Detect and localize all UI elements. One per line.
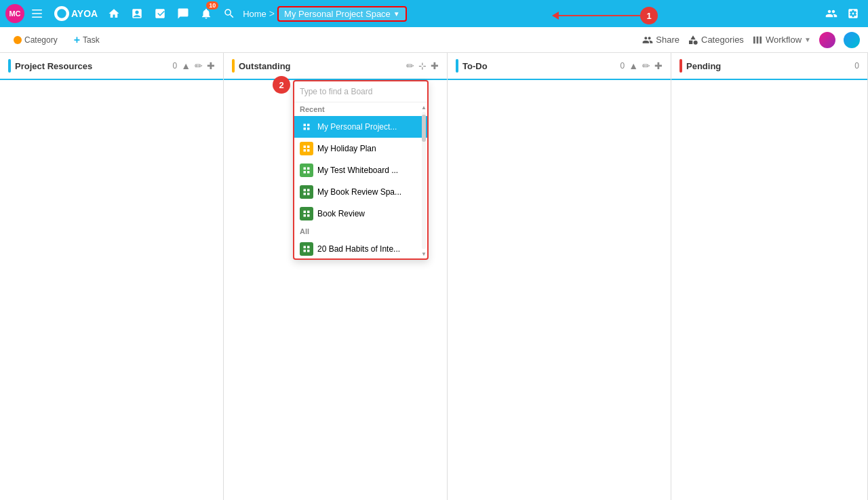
svg-point-3 [694,40,698,44]
item-label-0: My Personal Project... [317,122,422,132]
column-edit-icon[interactable]: ✏ [406,60,414,71]
breadcrumb-home[interactable]: Home [243,9,267,19]
dropdown-scrollbar[interactable]: ▲ ▼ [420,102,427,258]
workflow-label: Workflow [766,35,802,45]
task-plus-icon: + [74,34,80,46]
category-label: Category [24,35,58,45]
svg-rect-4 [689,40,692,43]
item-icon-2 [300,164,313,177]
column-title: To-Do [462,61,616,71]
svg-rect-25 [307,211,310,214]
category-button[interactable]: Category [8,33,63,47]
board-search-input[interactable] [300,85,422,98]
sub-toolbar: Category + Task Share Categories Workflo… [0,27,868,53]
all-section-label: All [294,225,427,238]
notifications-button[interactable]: 10 [197,4,216,23]
svg-rect-10 [304,128,307,130]
dropdown-item-0[interactable]: My Personal Project... [294,116,427,138]
item-label-1: My Holiday Plan [317,144,422,153]
scroll-up-button[interactable]: ▲ [420,102,427,112]
item-icon-all-0 [300,242,313,256]
column-color-indicator [232,59,235,73]
svg-rect-29 [307,246,310,249]
dropdown-item-3[interactable]: My Book Review Spa... [294,181,427,203]
categories-label: Categories [701,35,744,45]
svg-rect-9 [307,124,310,127]
workflow-button[interactable]: Workflow ▼ [752,35,811,45]
board-search-dropdown: 2 Recent My Personal Project... My Holid… [293,80,429,260]
column-add-icon[interactable]: ✚ [654,60,663,71]
column-color-indicator [456,59,458,73]
svg-rect-6 [757,36,759,43]
column-move-icon[interactable]: ⊹ [418,60,427,71]
column-color-indicator [8,59,11,73]
recent-section-label: Recent [294,102,427,116]
hamburger-menu-button[interactable] [28,4,47,23]
annotation-number-1: 1 [640,7,658,24]
svg-rect-16 [304,168,307,170]
annotation-number-2: 2 [273,76,290,94]
nav-right-icons [822,4,863,23]
dropdown-item-all-0[interactable]: 20 Bad Habits of Inte... [294,238,427,258]
dropdown-item-1[interactable]: My Holiday Plan [294,138,427,159]
breadcrumb-separator: > [269,8,275,19]
home-icon-button[interactable] [104,4,123,23]
users-icon-button[interactable] [822,4,841,23]
top-navbar: MC AYOA 10 Home > My Personal Project Sp… [0,0,868,27]
breadcrumb-board-name: My Personal Project Space [284,9,391,19]
column-edit-icon[interactable]: ✏ [642,60,650,71]
column-edit-icon[interactable]: ✏ [195,60,203,71]
svg-rect-26 [304,214,307,217]
svg-rect-2 [32,17,42,18]
dropdown-scroll-area: Recent My Personal Project... My Holiday… [294,102,427,258]
toolbar-right-actions: Share Categories Workflow ▼ [642,32,860,48]
breadcrumb-current-board[interactable]: My Personal Project Space ▼ [277,6,407,22]
dropdown-item-2[interactable]: My Test Whiteboard ... [294,159,427,181]
column-sort-icon[interactable]: ▲ [181,60,191,71]
board-container: Project Resources 0 ▲ ✏ ✚ Outstanding ✏ … [0,53,868,500]
chat-icon-button[interactable] [174,4,193,23]
svg-rect-30 [304,250,307,252]
column-add-icon[interactable]: ✚ [207,60,215,71]
item-label-4: Book Review [317,209,422,218]
user-avatar-button[interactable] [819,32,835,48]
annotation-arrow-1: 1 [552,7,658,24]
share-button[interactable]: Share [642,35,679,45]
task-label: Task [83,35,100,45]
ayoa-logo: AYOA [54,6,98,21]
search-button[interactable] [220,4,239,23]
svg-rect-0 [32,9,42,11]
svg-rect-11 [307,128,310,130]
task-button[interactable]: + Task [68,31,105,49]
column-header-project-resources: Project Resources 0 ▲ ✏ ✚ [0,53,223,80]
item-icon-3 [300,185,313,199]
scroll-thumb[interactable] [422,115,426,142]
board-icon-button[interactable] [127,4,146,23]
column-add-icon[interactable]: ✚ [431,60,439,71]
chart-icon-button[interactable] [151,4,170,23]
svg-rect-22 [304,193,307,195]
category-dot-icon [14,36,22,44]
avatar[interactable]: MC [5,4,24,23]
svg-rect-7 [760,36,762,43]
column-body-project-resources [0,80,223,500]
svg-rect-31 [307,250,310,252]
column-pending: Pending 0 [671,53,868,500]
svg-rect-18 [304,171,307,174]
item-label-3: My Book Review Spa... [317,187,422,197]
column-title: Pending [686,61,850,71]
svg-rect-15 [307,149,310,152]
svg-rect-14 [304,149,307,152]
column-header-outstanding: Outstanding ✏ ⊹ ✚ [224,53,447,80]
user-avatar-2-button[interactable] [844,32,860,48]
svg-rect-12 [304,146,307,149]
scroll-down-button[interactable]: ▼ [420,249,427,258]
svg-rect-8 [304,124,307,127]
column-todo: To-Do 0 ▲ ✏ ✚ [448,53,671,500]
svg-rect-20 [304,189,307,192]
settings-icon-button[interactable] [844,4,863,23]
dropdown-item-4[interactable]: Book Review [294,203,427,225]
item-label-all-0: 20 Bad Habits of Inte... [317,244,422,254]
categories-button[interactable]: Categories [688,35,744,45]
column-sort-icon[interactable]: ▲ [629,60,638,71]
